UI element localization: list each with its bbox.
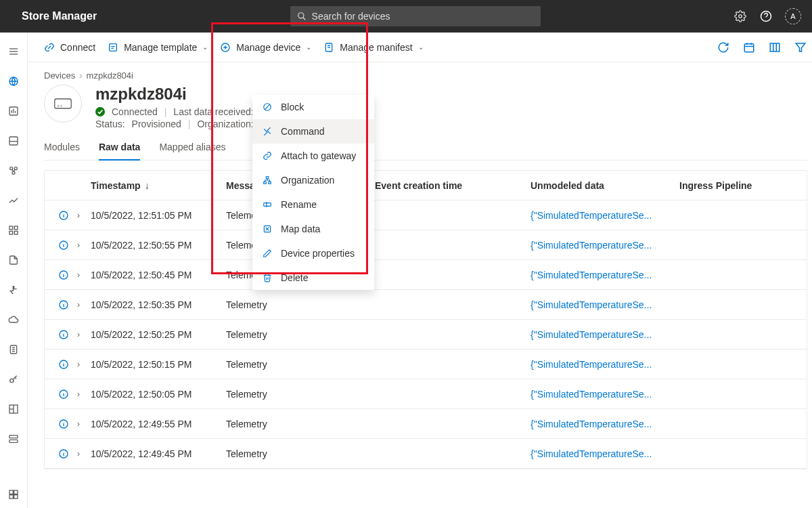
sidebar-item-rules[interactable] (0, 276, 27, 303)
sidebar-item-keys[interactable] (0, 366, 27, 393)
topbar: Store Manager Search for devices A (0, 0, 812, 33)
svg-rect-34 (9, 495, 13, 499)
cell-unmodeled[interactable]: {"SimulatedTemperatureSe... (531, 359, 679, 370)
info-icon[interactable] (50, 329, 77, 340)
cell-timestamp: 10/5/2022, 12:49:55 PM (91, 419, 226, 429)
svg-point-0 (298, 13, 303, 18)
svg-point-26 (10, 379, 14, 382)
manage-template-button[interactable]: Manage template ⌄ (108, 42, 208, 53)
cell-unmodeled[interactable]: {"SimulatedTemperatureSe... (531, 270, 679, 280)
tab-raw-data[interactable]: Raw data (99, 142, 140, 161)
table-row[interactable]: ›10/5/2022, 12:49:55 PMTelemetry{"Simula… (45, 409, 807, 439)
rename-icon (262, 199, 273, 210)
table-row[interactable]: ›10/5/2022, 12:50:15 PMTelemetry{"Simula… (45, 350, 807, 379)
sidebar-item-dashboard[interactable] (0, 127, 27, 154)
menu-organization[interactable]: Organization (252, 168, 374, 192)
tab-modules[interactable]: Modules (44, 142, 80, 160)
breadcrumb-root[interactable]: Devices (44, 70, 75, 81)
menu-device-props[interactable]: Device properties (252, 241, 374, 266)
table-row[interactable]: ›10/5/2022, 12:50:25 PMTelemetry{"Simula… (45, 320, 807, 350)
sidebar-item-charts[interactable] (0, 187, 27, 214)
menu-delete[interactable]: Delete (252, 266, 374, 290)
cell-unmodeled[interactable]: {"SimulatedTemperatureSe... (531, 448, 679, 459)
connected-status-icon (95, 107, 105, 117)
table-row[interactable]: ›10/5/2022, 12:50:45 PMTelemetry{"Simula… (45, 260, 807, 290)
org-icon (262, 175, 273, 186)
info-icon[interactable] (50, 240, 77, 251)
chevron-right-icon[interactable]: › (77, 449, 91, 459)
search-input[interactable]: Search for devices (290, 6, 541, 26)
table-row[interactable]: ›10/5/2022, 12:49:45 PMTelemetry{"Simula… (45, 439, 807, 469)
cell-unmodeled[interactable]: {"SimulatedTemperatureSe... (531, 329, 679, 340)
col-ingress[interactable]: Ingress Pipeline (679, 180, 801, 191)
cell-timestamp: 10/5/2022, 12:50:45 PM (91, 270, 226, 280)
chevron-right-icon[interactable]: › (77, 389, 91, 399)
columns-icon[interactable] (768, 41, 782, 54)
help-icon[interactable] (759, 9, 773, 23)
chevron-right-icon[interactable]: › (77, 330, 91, 339)
menu-command[interactable]: Command (252, 119, 374, 144)
cell-message-type: Telemetry (226, 299, 375, 310)
sidebar-item-apps[interactable] (0, 481, 27, 508)
sidebar-item-file[interactable] (0, 247, 27, 274)
calendar-icon[interactable] (742, 41, 756, 54)
svg-rect-32 (9, 490, 13, 494)
sidebar-item-devices[interactable] (0, 68, 27, 95)
menu-mapdata[interactable]: Map data (252, 217, 374, 241)
sidebar-item-grid[interactable] (0, 217, 27, 244)
menu-icon[interactable] (0, 38, 27, 65)
cell-unmodeled[interactable]: {"SimulatedTemperatureSe... (531, 299, 679, 310)
tab-mapped[interactable]: Mapped aliases (159, 142, 225, 160)
info-icon[interactable] (50, 359, 77, 370)
cell-unmodeled[interactable]: {"SimulatedTemperatureSe... (531, 389, 679, 400)
info-icon[interactable] (50, 389, 77, 400)
chevron-right-icon[interactable]: › (77, 419, 91, 429)
chevron-right-icon[interactable]: › (77, 360, 91, 369)
info-icon[interactable] (50, 210, 77, 221)
svg-rect-30 (9, 436, 18, 438)
cell-unmodeled[interactable]: {"SimulatedTemperatureSe... (531, 240, 679, 251)
chevron-right-icon[interactable]: › (77, 270, 91, 280)
col-timestamp[interactable]: Timestamp ↓ (91, 180, 226, 191)
svg-rect-35 (14, 495, 18, 499)
table-row[interactable]: ›10/5/2022, 12:50:55 PMTelemetry{"Simula… (45, 230, 807, 260)
chevron-down-icon: ⌄ (306, 43, 311, 51)
table-row[interactable]: ›10/5/2022, 12:51:05 PMTelemetry{"Simula… (45, 200, 807, 230)
svg-rect-21 (14, 231, 18, 234)
info-icon[interactable] (50, 448, 77, 459)
sidebar-item-analytics[interactable] (0, 98, 27, 125)
col-unmodeled[interactable]: Unmodeled data (531, 180, 679, 191)
cell-unmodeled[interactable]: {"SimulatedTemperatureSe... (531, 419, 679, 429)
info-icon[interactable] (50, 299, 77, 310)
svg-rect-51 (266, 177, 269, 179)
menu-attach[interactable]: Attach to gateway (252, 144, 374, 168)
table-row[interactable]: ›10/5/2022, 12:50:35 PMTelemetry{"Simula… (45, 290, 807, 320)
info-icon[interactable] (50, 419, 77, 429)
sidebar-item-cloud[interactable] (0, 306, 27, 333)
chevron-right-icon[interactable]: › (77, 211, 91, 220)
info-icon[interactable] (50, 270, 77, 280)
menu-rename[interactable]: Rename (252, 192, 374, 217)
chevron-right-icon[interactable]: › (77, 240, 91, 250)
cell-unmodeled[interactable]: {"SimulatedTemperatureSe... (531, 210, 679, 221)
settings-icon[interactable] (734, 9, 747, 23)
avatar[interactable]: A (785, 8, 801, 24)
table-row[interactable]: ›10/5/2022, 12:50:05 PMTelemetry{"Simula… (45, 379, 807, 409)
refresh-icon[interactable] (717, 41, 730, 54)
sidebar-item-layout[interactable] (0, 396, 27, 423)
menu-block[interactable]: Block (252, 95, 374, 119)
manage-device-button[interactable]: Manage device ⌄ (220, 42, 311, 53)
chevron-right-icon[interactable]: › (77, 300, 91, 310)
svg-line-1 (302, 18, 305, 20)
last-data-label: Last data received: (173, 106, 253, 117)
col-event-time[interactable]: Event creation time (375, 180, 531, 191)
sidebar-item-data[interactable] (0, 336, 27, 363)
svg-rect-20 (9, 231, 13, 234)
cell-message-type: Telemetry (226, 389, 375, 400)
filter-icon[interactable] (794, 41, 807, 54)
sidebar-item-groups[interactable] (0, 157, 27, 184)
connect-button[interactable]: Connect (44, 42, 95, 53)
svg-rect-19 (14, 226, 18, 230)
manage-manifest-button[interactable]: Manage manifest ⌄ (323, 42, 423, 53)
sidebar-item-storage[interactable] (0, 425, 27, 452)
